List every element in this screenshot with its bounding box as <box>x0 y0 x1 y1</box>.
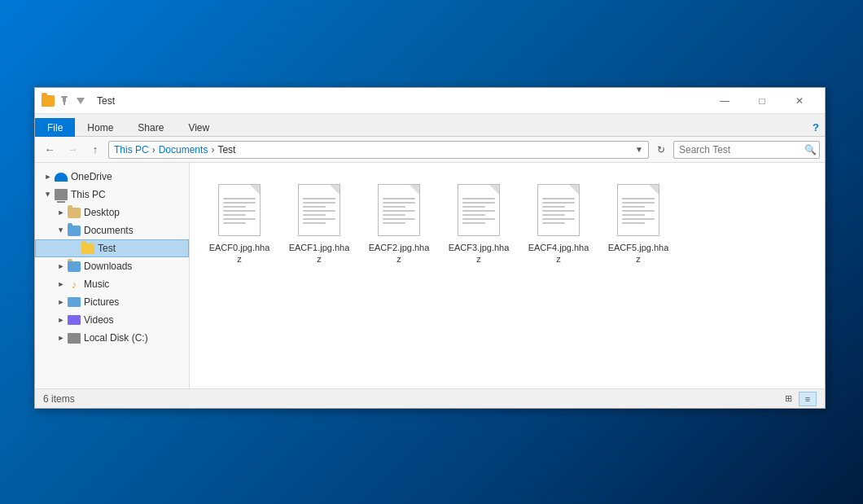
view-grid-button[interactable]: ⊞ <box>779 392 797 406</box>
sidebar-label-videos: Videos <box>84 314 113 326</box>
up-button[interactable]: ↑ <box>85 141 105 159</box>
videos-icon <box>68 315 81 325</box>
sidebar-label-desktop: Desktop <box>84 207 120 218</box>
folder-icon-downloads <box>68 261 81 272</box>
sidebar-item-test[interactable]: Test <box>35 239 189 257</box>
sidebar-item-documents[interactable]: ► Documents <box>35 221 189 239</box>
tab-share[interactable]: Share <box>125 118 176 137</box>
file-line <box>223 206 246 208</box>
file-line <box>223 214 246 216</box>
breadcrumb-sep-1: › <box>152 144 156 156</box>
title-bar-icons <box>42 94 87 107</box>
file-line <box>622 206 645 208</box>
file-line <box>542 222 565 224</box>
file-line <box>383 202 415 204</box>
file-line <box>622 218 655 220</box>
file-line <box>303 214 326 216</box>
file-icon-5 <box>614 182 663 239</box>
file-item-5[interactable]: EACF5.jpg.hhaz <box>602 176 675 271</box>
file-item-3[interactable]: EACF3.jpg.hhaz <box>442 176 515 271</box>
tab-file[interactable]: File <box>35 118 75 137</box>
file-line <box>383 222 405 224</box>
down-arrow-icon <box>74 94 87 107</box>
sidebar-item-desktop[interactable]: ► Desktop <box>35 204 189 221</box>
ribbon-help-button[interactable]: ? <box>807 118 825 136</box>
expand-arrow-desktop[interactable]: ► <box>55 206 68 219</box>
file-item-4[interactable]: EACF4.jpg.hhaz <box>522 176 595 271</box>
file-line <box>303 210 335 212</box>
sidebar-label-test: Test <box>98 243 116 254</box>
file-line <box>462 218 495 220</box>
refresh-button[interactable]: ↻ <box>652 141 670 159</box>
sidebar-item-downloads[interactable]: ► Downloads <box>35 257 189 275</box>
close-button[interactable]: ✕ <box>781 88 818 114</box>
file-name-1: EACF1.jpg.hhaz <box>288 242 350 265</box>
sidebar-item-videos[interactable]: ► Videos <box>35 311 189 329</box>
expand-arrow-downloads[interactable]: ► <box>55 260 68 273</box>
tab-home[interactable]: Home <box>75 118 125 137</box>
view-list-button[interactable]: ≡ <box>799 392 817 406</box>
file-line <box>303 198 335 199</box>
sidebar-item-local-disk[interactable]: ► Local Disk (C:) <box>35 329 189 347</box>
file-item-2[interactable]: EACF2.jpg.hhaz <box>362 176 436 271</box>
svg-rect-0 <box>61 96 68 98</box>
file-line <box>223 198 256 199</box>
svg-marker-3 <box>77 98 85 104</box>
sidebar-label-local-disk: Local Disk (C:) <box>84 332 148 344</box>
breadcrumb-documents[interactable]: Documents <box>159 144 208 156</box>
file-line <box>462 198 495 199</box>
cloud-icon <box>55 173 68 182</box>
breadcrumb-this-pc[interactable]: This PC <box>114 144 149 156</box>
svg-rect-2 <box>64 102 65 105</box>
file-line <box>462 214 485 216</box>
minimize-button[interactable]: — <box>706 88 743 114</box>
sidebar-label-onedrive: OneDrive <box>71 171 112 182</box>
maximize-button[interactable]: □ <box>743 88 781 114</box>
file-line <box>462 210 495 212</box>
sidebar-item-pictures[interactable]: ► Pictures <box>35 293 189 311</box>
file-icon-4 <box>534 182 583 239</box>
forward-button[interactable]: → <box>63 141 82 159</box>
expand-arrow-local-disk[interactable]: ► <box>55 331 68 344</box>
search-input[interactable] <box>679 144 801 156</box>
file-line <box>223 202 256 204</box>
file-name-0: EACF0.jpg.hhaz <box>208 242 270 265</box>
file-line <box>223 218 256 220</box>
file-line <box>542 214 565 216</box>
file-explorer-window: Test — □ ✕ File Home Share View ? ← → ↑ … <box>34 87 826 409</box>
file-line <box>542 206 565 208</box>
file-icon-0 <box>215 182 264 239</box>
title-bar: Test — □ ✕ <box>35 88 825 114</box>
folder-icon-test <box>81 243 94 254</box>
sidebar-label-pictures: Pictures <box>84 296 119 308</box>
view-buttons: ⊞ ≡ <box>779 392 817 406</box>
search-icon[interactable]: 🔍 <box>804 144 817 156</box>
back-button[interactable]: ← <box>40 141 59 159</box>
file-line <box>462 206 485 208</box>
expand-arrow-pictures[interactable]: ► <box>55 296 68 309</box>
address-bar[interactable]: This PC › Documents › Test ▼ <box>108 141 649 159</box>
sidebar-item-music[interactable]: ► ♪ Music <box>35 275 189 293</box>
file-line <box>223 222 246 224</box>
file-item-0[interactable]: EACF0.jpg.hhaz <box>203 176 276 271</box>
file-line <box>303 202 335 204</box>
disk-icon <box>68 333 81 344</box>
main-area: ► OneDrive ► This PC ► Desktop ► Documen… <box>35 163 825 388</box>
tab-view[interactable]: View <box>176 118 221 137</box>
address-dropdown-arrow[interactable]: ▼ <box>635 145 643 154</box>
expand-arrow-onedrive[interactable]: ► <box>42 170 55 183</box>
file-line <box>622 214 645 216</box>
ribbon-tabs: File Home Share View ? <box>35 114 825 137</box>
sidebar-item-this-pc[interactable]: ► This PC <box>35 186 189 204</box>
expand-arrow-this-pc[interactable]: ► <box>42 188 55 201</box>
sidebar-label-music: Music <box>84 278 109 290</box>
expand-arrow-documents[interactable]: ► <box>55 224 68 237</box>
status-item-count: 6 items <box>43 393 779 405</box>
file-line <box>622 222 645 224</box>
file-item-1[interactable]: EACF1.jpg.hhaz <box>283 176 356 271</box>
expand-arrow-music[interactable]: ► <box>55 278 68 291</box>
file-icon-2 <box>375 182 423 239</box>
expand-arrow-videos[interactable]: ► <box>55 313 68 327</box>
file-line <box>383 210 415 212</box>
sidebar-item-onedrive[interactable]: ► OneDrive <box>35 168 189 186</box>
